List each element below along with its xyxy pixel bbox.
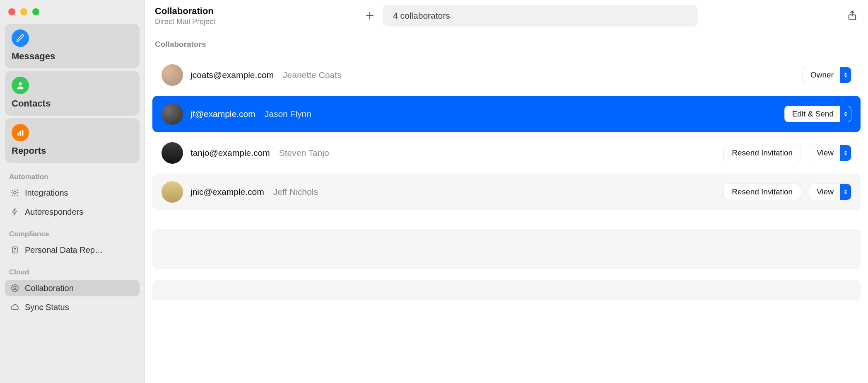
sidebar-section-automation: Automation: [5, 165, 140, 182]
avatar: [162, 181, 183, 203]
sidebar-card-messages[interactable]: Messages: [5, 24, 140, 68]
collaborator-name: Jeff Nichols: [273, 187, 318, 197]
role-select[interactable]: Edit & Send: [784, 106, 851, 122]
window-close-button[interactable]: [8, 8, 15, 15]
collaborator-row[interactable]: jnic@example.comJeff NicholsResend Invit…: [152, 174, 861, 210]
collaborator-name: Jeanette Coats: [283, 70, 341, 80]
bolt-icon: [10, 207, 20, 217]
collaborator-count-pill[interactable]: 4 collaborators: [383, 5, 698, 27]
window-traffic-lights: [5, 6, 140, 21]
role-select-label: Owner: [803, 67, 840, 83]
sidebar-item-label: Personal Data Rep…: [25, 245, 103, 255]
chevron-up-down-icon: [840, 67, 851, 83]
role-select[interactable]: View: [809, 184, 851, 200]
share-button[interactable]: [846, 9, 858, 23]
collaborator-row[interactable]: tanjo@example.comSteven TanjoResend Invi…: [152, 135, 861, 171]
empty-panel: [152, 229, 861, 269]
cloud-icon: [10, 302, 20, 312]
sidebar-item-label: Sync Status: [25, 303, 69, 312]
contact-icon: [12, 77, 29, 94]
collaborator-email: jf@example.com: [190, 109, 256, 119]
collaborator-email: jnic@example.com: [190, 187, 264, 197]
svg-point-0: [19, 82, 22, 85]
chevron-up-down-icon: [840, 145, 851, 161]
collaborator-name: Jason Flynn: [265, 109, 311, 119]
avatar: [162, 142, 183, 164]
svg-rect-2: [19, 131, 21, 136]
sidebar-item-label: Autoresponders: [25, 207, 83, 217]
resend-invitation-button[interactable]: Resend Invitation: [723, 184, 801, 200]
svg-point-4: [14, 192, 16, 194]
chart-icon: [12, 124, 29, 141]
sidebar-card-label: Messages: [12, 51, 133, 62]
collaborators-list: jcoats@example.comJeanette CoatsOwnerjf@…: [145, 54, 868, 213]
avatar: [162, 103, 183, 125]
gear-icon: [10, 188, 20, 198]
sidebar-card-reports[interactable]: Reports: [5, 118, 140, 163]
role-select[interactable]: Owner: [803, 67, 851, 83]
window-minimize-button[interactable]: [20, 8, 27, 15]
role-select-label: View: [809, 145, 840, 161]
svg-rect-1: [17, 133, 19, 136]
toolbar: Collaboration Direct Mail Project 4 coll…: [145, 0, 868, 31]
sidebar-section-compliance: Compliance: [5, 223, 140, 239]
page-title: Collaboration: [155, 6, 215, 17]
sidebar-item-integrations[interactable]: Integrations: [5, 184, 140, 201]
role-select[interactable]: View: [809, 145, 851, 161]
resend-invitation-button[interactable]: Resend Invitation: [723, 145, 801, 161]
sidebar-card-label: Contacts: [12, 98, 133, 109]
sidebar-item-sync-status[interactable]: Sync Status: [5, 299, 140, 315]
role-select-label: Edit & Send: [785, 106, 840, 122]
chevron-up-down-icon: [840, 184, 851, 200]
sidebar-item-label: Collaboration: [25, 284, 74, 293]
sidebar: Messages Contacts Reports Automation Int…: [0, 0, 145, 383]
svg-point-7: [14, 286, 16, 288]
sidebar-card-contacts[interactable]: Contacts: [5, 71, 140, 116]
window-maximize-button[interactable]: [32, 8, 39, 15]
chevron-up-down-icon: [840, 106, 851, 122]
collaborator-row[interactable]: jcoats@example.comJeanette CoatsOwner: [152, 57, 861, 93]
sidebar-item-collaboration[interactable]: Collaboration: [5, 280, 140, 296]
plus-icon: [364, 10, 375, 21]
document-icon: [10, 245, 20, 255]
svg-rect-3: [22, 130, 24, 136]
pencil-icon: [12, 29, 29, 47]
collaborator-count-text: 4 collaborators: [393, 11, 450, 20]
role-select-label: View: [809, 184, 840, 200]
avatar: [162, 64, 183, 86]
sidebar-item-autoresponders[interactable]: Autoresponders: [5, 204, 140, 220]
share-icon: [846, 9, 858, 22]
sidebar-card-label: Reports: [12, 145, 133, 156]
sidebar-item-personal-data-report[interactable]: Personal Data Rep…: [5, 242, 140, 258]
collaborator-email: tanjo@example.com: [190, 148, 270, 158]
empty-panel: [152, 280, 861, 301]
collaborator-name: Steven Tanjo: [279, 148, 329, 158]
page-subtitle: Direct Mail Project: [155, 17, 215, 26]
page-title-block: Collaboration Direct Mail Project: [155, 6, 215, 26]
section-title-collaborators: Collaborators: [145, 31, 868, 54]
collaborator-email: jcoats@example.com: [190, 70, 274, 80]
sidebar-item-label: Integrations: [25, 188, 68, 198]
main-content: Collaboration Direct Mail Project 4 coll…: [145, 0, 868, 383]
person-circle-icon: [10, 283, 20, 293]
collaborator-row[interactable]: jf@example.comJason FlynnEdit & Send: [152, 96, 861, 132]
add-collaborator-button[interactable]: [364, 10, 376, 22]
sidebar-section-cloud: Cloud: [5, 261, 140, 277]
